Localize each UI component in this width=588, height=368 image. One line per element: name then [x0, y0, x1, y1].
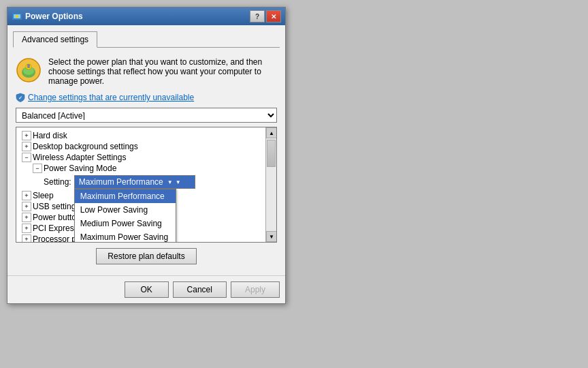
window-body: Advanced settings Select the power plan …: [7, 25, 285, 273]
setting-dropdown[interactable]: Maximum Performance ▼ Maximum Performanc…: [74, 175, 195, 189]
titlebar: Power Options ? ✕: [7, 7, 285, 25]
apply-button[interactable]: Apply: [231, 281, 280, 298]
setting-dropdown-popup: Maximum Performance Low Power Saving Med…: [74, 189, 176, 243]
expand-desktop-bg[interactable]: +: [22, 142, 31, 151]
power-icon: [16, 57, 42, 83]
setting-select-box[interactable]: Maximum Performance ▼: [74, 175, 195, 189]
expand-power-saving-mode[interactable]: −: [33, 164, 42, 173]
option-medium-power[interactable]: Medium Power Saving: [75, 217, 176, 230]
tree-item-hard-disk[interactable]: + Hard disk: [16, 130, 276, 141]
tree-content: + Hard disk + Desktop background setting…: [16, 127, 276, 243]
expand-sleep[interactable]: +: [22, 191, 31, 200]
svg-rect-7: [27, 64, 30, 68]
scroll-down-arrow[interactable]: ▼: [266, 231, 277, 242]
expand-pci-express[interactable]: +: [22, 224, 31, 233]
settings-tree: + Hard disk + Desktop background setting…: [16, 127, 277, 243]
tab-advanced-settings[interactable]: Advanced settings: [13, 31, 97, 48]
option-max-power-saving[interactable]: Maximum Power Saving: [75, 230, 176, 243]
setting-current-value: Maximum Performance: [79, 177, 163, 187]
shield-icon: ✓: [16, 93, 25, 102]
scrollbar[interactable]: ▲ ▼: [265, 127, 276, 242]
tree-item-wireless[interactable]: − Wireless Adapter Settings: [16, 152, 276, 163]
tree-item-power-saving-mode[interactable]: − Power Saving Mode: [16, 163, 276, 174]
close-button[interactable]: ✕: [266, 10, 281, 22]
cancel-button[interactable]: Cancel: [173, 281, 227, 298]
scroll-track[interactable]: [266, 138, 276, 231]
power-saving-mode-label: Power Saving Mode: [44, 164, 116, 173]
plan-select[interactable]: Balanced [Active] Power saver High perfo…: [16, 108, 277, 123]
change-settings-link[interactable]: Change settings that are currently unava…: [28, 93, 194, 102]
pci-express-label: PCI Express: [33, 224, 78, 233]
usb-settings-label: USB settings: [33, 202, 80, 211]
setting-label: Setting:: [44, 177, 71, 187]
restore-plan-defaults-button[interactable]: Restore plan defaults: [96, 248, 196, 264]
expand-processor-mgmt[interactable]: +: [22, 234, 31, 243]
help-button[interactable]: ?: [250, 10, 265, 22]
ok-button[interactable]: OK: [125, 281, 169, 298]
setting-row: Setting: Maximum Performance ▼ Maximum P…: [16, 174, 276, 190]
description-text: Select the power plan that you want to c…: [48, 57, 277, 86]
dropdown-arrow-icon: ▼: [167, 179, 173, 185]
change-settings-link-row: ✓ Change settings that are currently una…: [16, 93, 280, 102]
expand-power-buttons[interactable]: +: [22, 213, 31, 222]
window-icon: [12, 11, 22, 22]
plan-dropdown-container: Balanced [Active] Power saver High perfo…: [16, 108, 277, 123]
power-options-window: Power Options ? ✕ Advanced settings Sele…: [7, 7, 286, 304]
restore-btn-container: Restore plan defaults: [16, 248, 277, 264]
titlebar-buttons: ? ✕: [250, 10, 281, 22]
description-area: Select the power plan that you want to c…: [13, 53, 280, 90]
option-low-power[interactable]: Low Power Saving: [75, 203, 176, 217]
hard-disk-label: Hard disk: [33, 131, 67, 140]
option-max-performance[interactable]: Maximum Performance: [75, 189, 176, 203]
expand-usb-settings[interactable]: +: [22, 202, 31, 211]
dialog-buttons: OK Cancel Apply: [7, 275, 285, 303]
svg-point-2: [16, 15, 18, 18]
desktop-bg-label: Desktop background settings: [33, 142, 138, 151]
scroll-thumb[interactable]: [267, 140, 276, 167]
expand-hard-disk[interactable]: +: [22, 131, 31, 140]
scroll-up-arrow[interactable]: ▲: [266, 127, 277, 138]
wireless-label: Wireless Adapter Settings: [33, 153, 126, 162]
sleep-label: Sleep: [33, 191, 54, 200]
tab-bar: Advanced settings: [13, 31, 280, 48]
svg-text:✓: ✓: [18, 95, 22, 100]
expand-wireless[interactable]: −: [22, 153, 31, 162]
tree-item-desktop-bg[interactable]: + Desktop background settings: [16, 141, 276, 152]
window-title: Power Options: [25, 12, 250, 21]
